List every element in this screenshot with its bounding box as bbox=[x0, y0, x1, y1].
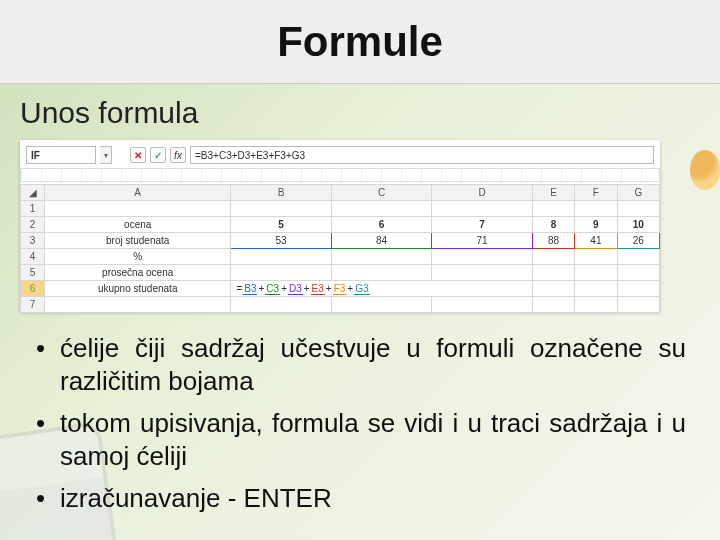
col-header-a[interactable]: A bbox=[45, 185, 231, 201]
cell[interactable]: 6 bbox=[331, 217, 431, 233]
cell[interactable] bbox=[231, 201, 331, 217]
decorative-blob bbox=[690, 150, 720, 190]
col-header-b[interactable]: B bbox=[231, 185, 331, 201]
row-header-7[interactable]: 7 bbox=[21, 297, 45, 313]
cell[interactable]: 41 bbox=[575, 233, 617, 249]
table-row: 4 % bbox=[21, 249, 660, 265]
section-heading: Unos formula bbox=[20, 96, 198, 130]
spreadsheet-grid: ◢ A B C D E F G 1 2 ocena 5 6 bbox=[20, 184, 660, 312]
row-header-4[interactable]: 4 bbox=[21, 249, 45, 265]
cell[interactable]: 88 bbox=[532, 233, 574, 249]
cell[interactable] bbox=[532, 265, 574, 281]
enter-formula-icon[interactable]: ✓ bbox=[150, 147, 166, 163]
cell[interactable] bbox=[231, 297, 331, 313]
title-bar: Formule bbox=[0, 0, 720, 84]
table-row: 2 ocena 5 6 7 8 9 10 bbox=[21, 217, 660, 233]
fx-icon[interactable]: fx bbox=[170, 147, 186, 163]
cell[interactable] bbox=[331, 265, 431, 281]
select-all-corner[interactable]: ◢ bbox=[21, 185, 45, 201]
name-box-dropdown-icon[interactable]: ▾ bbox=[100, 146, 112, 164]
ruler bbox=[20, 168, 660, 182]
cell[interactable] bbox=[45, 297, 231, 313]
cell[interactable]: 10 bbox=[617, 217, 659, 233]
cell[interactable] bbox=[617, 265, 659, 281]
bullet-item: izračunavanje - ENTER bbox=[34, 482, 686, 515]
formula-part: B3 bbox=[243, 283, 257, 295]
row-header-6[interactable]: 6 bbox=[21, 281, 45, 297]
cell[interactable]: 84 bbox=[331, 233, 431, 249]
cell[interactable] bbox=[575, 265, 617, 281]
cell[interactable] bbox=[617, 249, 659, 265]
col-header-e[interactable]: E bbox=[532, 185, 574, 201]
cell[interactable] bbox=[532, 281, 574, 297]
cell[interactable]: broj studenata bbox=[45, 233, 231, 249]
cell[interactable] bbox=[575, 281, 617, 297]
cell[interactable] bbox=[231, 265, 331, 281]
cell[interactable]: 53 bbox=[231, 233, 331, 249]
name-box[interactable]: IF bbox=[26, 146, 96, 164]
formula-part: E3 bbox=[311, 283, 325, 295]
table-row: 3 broj studenata 53 84 71 88 41 26 bbox=[21, 233, 660, 249]
bullet-item: tokom upisivanja, formula se vidi i u tr… bbox=[34, 407, 686, 472]
formula-part: F3 bbox=[333, 283, 347, 295]
cell[interactable] bbox=[532, 201, 574, 217]
cell[interactable] bbox=[331, 249, 431, 265]
cell[interactable]: 26 bbox=[617, 233, 659, 249]
cell[interactable] bbox=[432, 265, 533, 281]
cell[interactable] bbox=[617, 281, 659, 297]
cell[interactable] bbox=[331, 201, 431, 217]
cell[interactable]: 7 bbox=[432, 217, 533, 233]
col-header-d[interactable]: D bbox=[432, 185, 533, 201]
slide-title: Formule bbox=[277, 18, 443, 66]
table-row: 1 bbox=[21, 201, 660, 217]
cell[interactable] bbox=[575, 249, 617, 265]
cell[interactable] bbox=[45, 201, 231, 217]
formula-part: + bbox=[303, 283, 311, 294]
formula-part: = bbox=[235, 283, 243, 294]
cell[interactable]: prosečna ocena bbox=[45, 265, 231, 281]
formula-part: C3 bbox=[265, 283, 280, 295]
row-header-2[interactable]: 2 bbox=[21, 217, 45, 233]
formula-part: + bbox=[346, 283, 354, 294]
cell[interactable]: % bbox=[45, 249, 231, 265]
sheet-table: ◢ A B C D E F G 1 2 ocena 5 6 bbox=[20, 184, 660, 313]
formula-part: + bbox=[325, 283, 333, 294]
cell[interactable] bbox=[432, 297, 533, 313]
cell[interactable] bbox=[575, 201, 617, 217]
excel-screenshot: IF ▾ ✕ ✓ fx =B3+C3+D3+E3+F3+G3 ◢ A B C D… bbox=[20, 140, 660, 312]
table-row: 7 bbox=[21, 297, 660, 313]
cell[interactable] bbox=[532, 249, 574, 265]
col-header-f[interactable]: F bbox=[575, 185, 617, 201]
active-cell-formula[interactable]: =B3+C3+D3+E3+F3+G3 bbox=[231, 281, 532, 297]
table-row: 6 ukupno studenata =B3+C3+D3+E3+F3+G3 bbox=[21, 281, 660, 297]
cell[interactable] bbox=[432, 249, 533, 265]
column-header-row: ◢ A B C D E F G bbox=[21, 185, 660, 201]
row-header-5[interactable]: 5 bbox=[21, 265, 45, 281]
cell[interactable] bbox=[532, 297, 574, 313]
cancel-formula-icon[interactable]: ✕ bbox=[130, 147, 146, 163]
formula-part: D3 bbox=[288, 283, 303, 295]
cell[interactable]: 9 bbox=[575, 217, 617, 233]
cell[interactable]: 5 bbox=[231, 217, 331, 233]
cell[interactable]: 8 bbox=[532, 217, 574, 233]
cell[interactable] bbox=[617, 201, 659, 217]
formula-bar-input[interactable]: =B3+C3+D3+E3+F3+G3 bbox=[190, 146, 654, 164]
cell[interactable] bbox=[575, 297, 617, 313]
row-header-1[interactable]: 1 bbox=[21, 201, 45, 217]
formula-part: + bbox=[280, 283, 288, 294]
cell[interactable] bbox=[231, 249, 331, 265]
bullet-item: ćelije čiji sadržaj učestvuje u formuli … bbox=[34, 332, 686, 397]
bullet-list: ćelije čiji sadržaj učestvuje u formuli … bbox=[34, 332, 686, 525]
slide: Formule Unos formula IF ▾ ✕ ✓ fx =B3+C3+… bbox=[0, 0, 720, 540]
cell[interactable]: ukupno studenata bbox=[45, 281, 231, 297]
table-row: 5 prosečna ocena bbox=[21, 265, 660, 281]
row-header-3[interactable]: 3 bbox=[21, 233, 45, 249]
cell[interactable]: 71 bbox=[432, 233, 533, 249]
cell[interactable] bbox=[331, 297, 431, 313]
cell[interactable] bbox=[432, 201, 533, 217]
col-header-g[interactable]: G bbox=[617, 185, 659, 201]
cell[interactable] bbox=[617, 297, 659, 313]
cell[interactable]: ocena bbox=[45, 217, 231, 233]
col-header-c[interactable]: C bbox=[331, 185, 431, 201]
formula-bar-row: IF ▾ ✕ ✓ fx =B3+C3+D3+E3+F3+G3 bbox=[20, 144, 660, 166]
